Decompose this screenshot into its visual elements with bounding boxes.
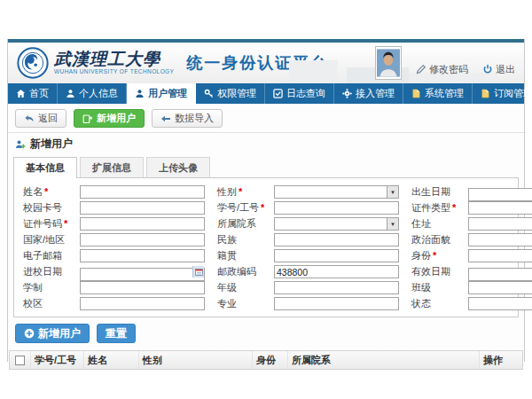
form-actions: 新增用户 重置	[8, 317, 524, 348]
political-status-input[interactable]	[468, 233, 532, 246]
logout-link[interactable]: 退出	[482, 63, 515, 76]
log-check-icon	[273, 89, 283, 98]
back-label: 返回	[38, 112, 58, 125]
id-number-input[interactable]	[80, 217, 205, 231]
form-field-identity: 身份*	[411, 249, 532, 262]
required-marker: *	[433, 250, 436, 261]
campus-input[interactable]	[80, 297, 205, 310]
form-field-email: 电子邮箱	[23, 249, 205, 262]
field-label: 邮政编码	[217, 266, 256, 277]
field-label: 学号/工号	[217, 202, 259, 213]
basic-info-panel: 姓名* 性别* ▼ 出生日期 校园卡号 学号/工号*	[13, 177, 519, 317]
email-input[interactable]	[80, 249, 205, 262]
chevron-down-icon: ▼	[387, 218, 398, 230]
main-content: 返回 新增用户 数据导入 新增用户 基本信息 扩展信息 上传头像	[8, 104, 524, 362]
nav-item-personal-info[interactable]: 个人信息	[58, 83, 127, 104]
form-grid: 姓名* 性别* ▼ 出生日期 校园卡号 学号/工号*	[23, 185, 509, 310]
tab-basic-info[interactable]: 基本信息	[13, 157, 77, 178]
university-name-cn: 武漢理工大學	[54, 51, 174, 67]
field-label: 所属院系	[217, 218, 256, 229]
native-place-input[interactable]	[274, 249, 399, 262]
back-button[interactable]: 返回	[15, 109, 66, 128]
col-student-id: 学号/工号	[31, 351, 84, 369]
ethnicity-input[interactable]	[274, 233, 399, 246]
form-field-class: 班级	[411, 281, 532, 294]
nav-label: 系统管理	[425, 87, 464, 100]
country-region-input[interactable]	[80, 233, 205, 246]
birth-date-input[interactable]	[468, 188, 532, 201]
nav-item-subscription-management[interactable]: 订阅管理	[473, 83, 532, 104]
tab-upload-avatar[interactable]: 上传头像	[146, 157, 210, 177]
form-tabs: 基本信息 扩展信息 上传头像	[8, 154, 524, 177]
select-all-checkbox[interactable]	[15, 356, 25, 365]
field-label: 学制	[23, 282, 43, 293]
nav-label: 个人信息	[79, 87, 118, 100]
form-field-address: 住址	[411, 217, 532, 231]
pencil-icon	[416, 64, 426, 74]
field-label: 籍贯	[217, 250, 237, 261]
col-identity: 身份	[253, 351, 288, 369]
home-icon	[16, 89, 26, 98]
field-label: 年级	[217, 282, 237, 293]
campus-card-input[interactable]	[80, 201, 205, 215]
nav-item-system-management[interactable]: 系统管理	[403, 83, 473, 104]
undo-arrow-icon	[24, 113, 35, 124]
field-label: 性别	[217, 186, 237, 197]
reset-button[interactable]: 重置	[97, 324, 136, 343]
major-input[interactable]	[274, 297, 399, 310]
header-user-area: 修改密码 退出	[375, 46, 515, 80]
nav-item-permission-management[interactable]: 权限管理	[196, 83, 265, 104]
field-label: 班级	[411, 282, 431, 293]
field-label: 民族	[217, 234, 237, 245]
data-import-button[interactable]: 数据导入	[152, 109, 223, 128]
field-label: 电子邮箱	[23, 250, 62, 261]
id-type-input[interactable]	[468, 201, 532, 215]
department-select[interactable]: ▼	[274, 217, 399, 231]
nav-item-user-management[interactable]: 用户管理	[127, 83, 196, 104]
required-marker: *	[44, 186, 48, 197]
nav-item-home[interactable]: 首页	[8, 83, 58, 104]
nav-label: 权限管理	[217, 87, 256, 100]
university-name-block: 武漢理工大學 WUHAN UNIVERSITY OF TECHNOLOGY	[54, 51, 174, 75]
field-label: 身份	[411, 250, 431, 261]
toolbar: 返回 新增用户 数据导入	[8, 104, 524, 132]
field-label: 政治面貌	[411, 234, 450, 245]
field-label: 证件号码	[23, 218, 62, 229]
calendar-icon[interactable]	[192, 266, 204, 278]
class-input[interactable]	[468, 281, 532, 294]
name-input[interactable]	[80, 185, 205, 199]
submit-add-user-button[interactable]: 新增用户	[15, 324, 90, 343]
nav-item-log-query[interactable]: 日志查询	[265, 83, 334, 104]
grade-input[interactable]	[274, 281, 399, 294]
add-user-section-icon	[15, 139, 26, 150]
status-input[interactable]	[468, 297, 532, 310]
logout-label: 退出	[496, 63, 515, 76]
field-label: 姓名	[23, 186, 43, 197]
change-password-link[interactable]: 修改密码	[416, 63, 468, 76]
address-input[interactable]	[468, 217, 532, 231]
col-department: 所属院系	[288, 351, 480, 369]
import-label: 数据导入	[175, 112, 214, 125]
enroll-date-input[interactable]	[80, 268, 205, 281]
col-gender: 性别	[139, 351, 253, 369]
field-label: 证件类型	[411, 202, 450, 213]
tab-extended-info[interactable]: 扩展信息	[80, 157, 144, 177]
student-id-input[interactable]	[274, 201, 399, 215]
form-field-campus: 校区	[23, 297, 205, 310]
field-label: 住址	[411, 218, 431, 229]
field-label: 专业	[217, 298, 237, 309]
add-user-toolbar-button[interactable]: 新增用户	[74, 109, 145, 128]
app-window: 武漢理工大學 WUHAN UNIVERSITY OF TECHNOLOGY 统一…	[7, 39, 525, 362]
form-field-id-number: 证件号码*	[23, 217, 205, 231]
users-icon	[135, 89, 145, 98]
form-field-department: 所属院系 ▼	[217, 217, 399, 231]
identity-input[interactable]	[468, 249, 532, 262]
gender-select[interactable]: ▼	[274, 185, 399, 199]
nav-label: 首页	[29, 87, 49, 100]
study-length-input[interactable]	[80, 281, 205, 294]
form-field-major: 专业	[217, 297, 399, 310]
postal-code-input[interactable]	[274, 265, 399, 278]
valid-date-input[interactable]	[468, 268, 532, 281]
nav-item-access-management[interactable]: 接入管理	[334, 83, 403, 104]
required-marker: *	[261, 202, 264, 213]
